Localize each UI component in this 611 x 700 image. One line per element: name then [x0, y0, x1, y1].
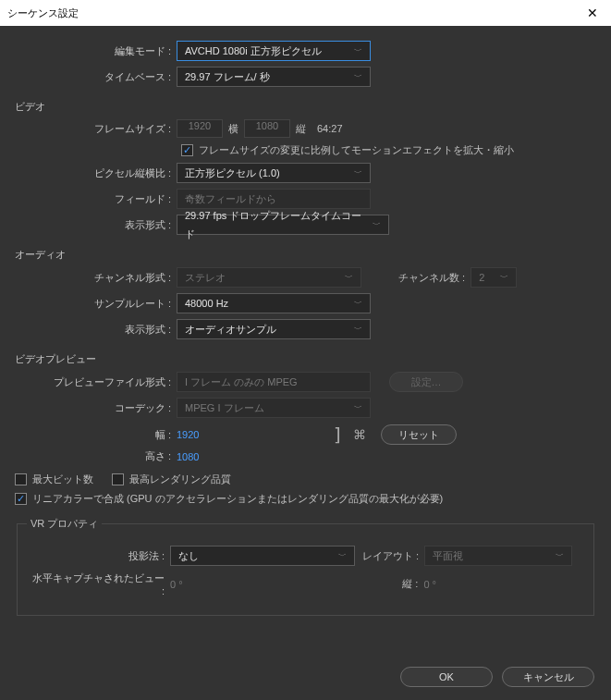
window-title: シーケンス設定	[7, 6, 79, 20]
frame-width-input: 1920	[177, 119, 223, 138]
channel-count-select: 2 ﹀	[470, 267, 517, 288]
chevron-down-icon: ﹀	[556, 546, 564, 565]
video-section-label: ビデオ	[15, 100, 596, 114]
preview-file-label: プレビューファイル形式 :	[15, 375, 177, 389]
audio-section-label: オーディオ	[15, 248, 596, 262]
layout-value: 平面視	[433, 546, 463, 565]
framesize-label: フレームサイズ :	[15, 122, 177, 136]
linear-color-checkbox[interactable]	[15, 493, 27, 505]
channel-count-value: 2	[479, 268, 484, 287]
linear-color-label: リニアカラーで合成 (GPU のアクセラレーションまたはレンダリング品質の最大化…	[32, 492, 443, 506]
chevron-down-icon: ﹀	[500, 268, 508, 287]
preview-width-value[interactable]: 1920	[177, 429, 199, 440]
preview-width-label: 幅 :	[15, 428, 177, 442]
chevron-down-icon: ﹀	[354, 399, 362, 417]
sample-rate-label: サンプルレート :	[15, 297, 177, 311]
audio-display-select[interactable]: オーディオサンプル ﹀	[177, 319, 371, 339]
edit-mode-value: AVCHD 1080i 正方形ピクセル	[185, 42, 322, 60]
video-display-select[interactable]: 29.97 fps ドロップフレームタイムコード ﹀	[177, 215, 389, 235]
video-display-label: 表示形式 :	[15, 218, 177, 232]
chevron-down-icon: ﹀	[354, 294, 362, 313]
sample-rate-select[interactable]: 48000 Hz ﹀	[177, 293, 371, 313]
link-icon[interactable]: ⌘	[348, 427, 372, 442]
channel-format-select: ステレオ ﹀	[177, 267, 361, 288]
vr-section-label: VR プロパティ	[27, 517, 102, 531]
vr-fieldset: VR プロパティ 投影法 : なし ﹀ レイアウト : 平面視 ﹀ 水平キャプチ…	[17, 517, 594, 616]
max-render-checkbox[interactable]	[112, 473, 124, 485]
preview-height-label: 高さ :	[15, 449, 177, 463]
reset-button[interactable]: リセット	[381, 424, 457, 445]
chevron-down-icon: ﹀	[354, 68, 362, 86]
layout-select: 平面視 ﹀	[424, 546, 572, 566]
preview-file-value: I フレーム のみの MPEG	[185, 373, 298, 391]
chevron-down-icon: ﹀	[354, 320, 362, 338]
frame-height-unit: 縦	[296, 122, 306, 136]
preview-file-select: I フレーム のみの MPEG	[177, 372, 371, 392]
projection-label: 投影法 :	[27, 549, 170, 563]
chevron-down-icon: ﹀	[354, 164, 362, 182]
field-label: フィールド :	[15, 192, 177, 206]
codec-value: MPEG I フレーム	[185, 399, 264, 417]
ok-button[interactable]: OK	[400, 667, 493, 687]
channel-count-label: チャンネル数 :	[398, 271, 465, 285]
chevron-down-icon: ﹀	[354, 42, 362, 60]
audio-display-value: オーディオサンプル	[185, 320, 276, 338]
channel-format-label: チャンネル形式 :	[15, 271, 177, 285]
chevron-down-icon: ﹀	[373, 215, 381, 234]
cancel-button[interactable]: キャンセル	[502, 667, 594, 687]
chevron-down-icon: ﹀	[345, 268, 353, 287]
close-icon[interactable]: ✕	[581, 6, 604, 20]
edit-mode-label: 編集モード :	[15, 44, 177, 58]
horiz-capture-value: 0 °	[170, 579, 183, 590]
max-render-label: 最高レンダリング品質	[129, 473, 231, 486]
dialog-body: 編集モード : AVCHD 1080i 正方形ピクセル ﹀ タイムベース : 2…	[0, 26, 611, 700]
chevron-down-icon: ﹀	[338, 546, 347, 565]
footer: OK キャンセル	[400, 667, 594, 687]
projection-value: なし	[178, 546, 199, 565]
horiz-capture-label: 水平キャプチャされたビュー :	[27, 571, 170, 596]
layout-label: レイアウト :	[362, 549, 419, 563]
preview-height-value[interactable]: 1080	[177, 451, 199, 462]
vert-value: 0 °	[423, 579, 436, 590]
edit-mode-select[interactable]: AVCHD 1080i 正方形ピクセル ﹀	[177, 41, 371, 61]
pixel-aspect-select[interactable]: 正方形ピクセル (1.0) ﹀	[177, 163, 371, 183]
frame-height-input: 1080	[244, 119, 290, 138]
video-display-value: 29.97 fps ドロップフレームタイムコード	[185, 206, 365, 243]
vert-label: 縦 :	[402, 577, 418, 591]
scale-motion-label: フレームサイズの変更に比例してモーションエフェクトを拡大・縮小	[199, 143, 514, 157]
config-button: 設定…	[389, 372, 463, 392]
link-bracket-icon: ]	[328, 424, 347, 446]
timebase-select[interactable]: 29.97 フレーム/ 秒 ﹀	[177, 67, 371, 87]
preview-section-label: ビデオプレビュー	[15, 352, 596, 366]
titlebar: シーケンス設定 ✕	[0, 0, 611, 26]
codec-label: コーデック :	[15, 401, 177, 415]
scale-motion-checkbox[interactable]	[181, 144, 193, 156]
max-bit-label: 最大ビット数	[32, 473, 93, 486]
codec-select: MPEG I フレーム ﹀	[177, 398, 371, 418]
timebase-label: タイムベース :	[15, 70, 177, 84]
field-value: 奇数フィールドから	[185, 190, 276, 208]
frame-width-unit: 横	[228, 122, 238, 136]
projection-select[interactable]: なし ﹀	[170, 546, 355, 566]
pixel-aspect-label: ピクセル縦横比 :	[15, 166, 177, 180]
timebase-value: 29.97 フレーム/ 秒	[185, 68, 270, 86]
channel-format-value: ステレオ	[185, 268, 226, 287]
pixel-aspect-value: 正方形ピクセル (1.0)	[185, 164, 280, 182]
max-bit-checkbox[interactable]	[15, 473, 27, 485]
sample-rate-value: 48000 Hz	[185, 294, 228, 313]
audio-display-label: 表示形式 :	[15, 323, 177, 337]
frame-aspect: 64:27	[317, 123, 343, 134]
